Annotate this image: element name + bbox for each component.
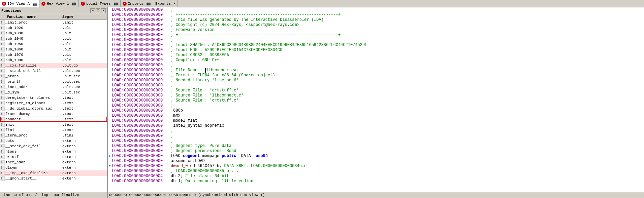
tab-local-types[interactable]: ✕ Local Types 📷 <box>79 0 121 7</box>
function-row-11[interactable]: f_printf.plt.sec <box>0 79 107 84</box>
tab-ida-view-a[interactable]: ✕ IDA View-A 📷 <box>0 0 39 7</box>
tab-exports[interactable]: Exports ✕ <box>153 0 178 7</box>
tab-camera-imports[interactable]: 📷 <box>146 1 151 6</box>
function-seg: extern <box>62 150 106 154</box>
function-row-28[interactable]: f__imp__cxa_finalizeextern <box>0 170 107 176</box>
function-name: sub_1070 <box>5 53 62 57</box>
ida-line[interactable]: LOAD:0000000000000000 ; Source File : 'l… <box>108 93 644 98</box>
ida-line[interactable]: LOAD:0000000000000000 ; Input SHA256 : A… <box>108 43 644 48</box>
tab-hex-view-1[interactable]: ✕ Hex View-1 📷 <box>39 0 79 7</box>
function-row-9[interactable]: f__stack_chk_fail.plt.sec <box>0 68 107 74</box>
function-row-4[interactable]: fsub_1050.plt <box>0 41 107 47</box>
ida-line[interactable]: LOAD:0000000000000000 ; Needed Library '… <box>108 78 644 83</box>
ida-line[interactable]: LOAD:0000000000000000 ; Segment type: Pu… <box>108 144 644 149</box>
function-name: _printf <box>5 80 62 84</box>
function-row-6[interactable]: fsub_1070.plt <box>0 52 107 57</box>
line-content: db 2 <box>171 174 181 179</box>
ida-line[interactable]: LOAD:0000000000000000 ; Input CRC32 : 09… <box>108 53 644 58</box>
tab-close-exports[interactable]: ✕ <box>173 2 175 6</box>
ida-line[interactable]: LOAD:0000000000000000 ; Copyright (c) 20… <box>108 23 644 28</box>
ida-line[interactable]: LOAD:0000000000000000 ; ================… <box>108 133 644 138</box>
function-row-3[interactable]: fsub_1040.plt <box>0 36 107 41</box>
ida-line[interactable]: LOAD:0000000000000000 ; <box>108 7 644 12</box>
function-row-27[interactable]: fdlsymextern <box>0 165 107 170</box>
function-row-0[interactable]: f_init_proc.init <box>0 20 107 25</box>
tab-imports[interactable]: ✕ Imports 📷 <box>121 0 153 7</box>
ida-line[interactable]: LOAD:0000000000000000 ; <box>108 138 644 144</box>
ida-line[interactable]: LOAD:0000000000000000 ; <box>108 103 644 108</box>
function-row-25[interactable]: fprintfextern <box>0 154 107 160</box>
tab-camera-hex[interactable]: 📷 <box>72 1 76 6</box>
ida-line[interactable]: LOAD:0000000000000000 .model flat <box>108 118 644 123</box>
function-row-20[interactable]: ffini.text <box>0 127 107 133</box>
ida-line[interactable]: LOAD:0000000000000000 .mmx <box>108 113 644 118</box>
ida-content[interactable]: LOAD:0000000000000000 ;LOAD:000000000000… <box>108 7 644 192</box>
ida-line[interactable]: LOAD:0000000000000000 ; Source File : 'c… <box>108 98 644 103</box>
line-comment: ; File class: 64-bit <box>181 174 229 179</box>
ida-line[interactable]: LOAD:0000000000000000 .intel_syntax nopr… <box>108 123 644 128</box>
function-row-10[interactable]: f_htons.plt.sec <box>0 74 107 79</box>
ida-line[interactable]: LOAD:0000000000000000 ; Segment permissi… <box>108 149 644 154</box>
tab-camera-local[interactable]: 📷 <box>114 1 118 6</box>
ida-line[interactable]: LOAD:0000000000000000 ; This file was ge… <box>108 17 644 23</box>
ida-line[interactable]: LOAD:0000000000000000 ; Compiler : GNU C… <box>108 58 644 63</box>
function-row-26[interactable]: finet_addrextern <box>0 160 107 165</box>
function-row-22[interactable]: fputsextern <box>0 138 107 144</box>
function-icon: f <box>0 36 5 41</box>
function-row-2[interactable]: fsub_1030.plt <box>0 31 107 36</box>
function-row-17[interactable]: fframe_dummy.text <box>0 111 107 117</box>
ida-line[interactable]: LOAD:0000000000000000 assume cs:LOAD <box>108 159 644 164</box>
function-row-13[interactable]: f_dlsym.plt.sec <box>0 90 107 95</box>
ida-line[interactable]: •LOAD:0000000000000000 dword_0 dd 464C45… <box>108 164 644 169</box>
function-row-8[interactable]: f__cxa_finalize.plt.go <box>0 63 107 68</box>
ida-line[interactable]: LOAD:0000000000000000 ; <box>108 128 644 133</box>
function-row-24[interactable]: fhtonsextern <box>0 149 107 154</box>
function-row-1[interactable]: fsub_1020.plt <box>0 25 107 31</box>
function-row-5[interactable]: fsub_1060.plt <box>0 47 107 52</box>
function-row-16[interactable]: f__do_global_dtors_aux.text <box>0 106 107 111</box>
line-content: ; Source File : 'libconnect.c' <box>171 93 244 98</box>
function-name: printf <box>5 155 62 159</box>
ida-line[interactable]: ▶LOAD:0000000000000000 LOAD segment memp… <box>108 154 644 159</box>
function-icon: f <box>0 79 5 84</box>
functions-list[interactable]: f_init_proc.initfsub_1020.pltfsub_1030.p… <box>0 20 107 192</box>
line-content: ; <box>171 83 173 88</box>
close-btn[interactable]: ✕ <box>101 8 106 13</box>
ida-line[interactable]: LOAD:0000000000000000 .686p <box>108 108 644 113</box>
ida-line[interactable]: LOAD:0000000000000000 ; <box>108 38 644 43</box>
ida-line[interactable]: LOAD:0000000000000000 ; File Name : libc… <box>108 68 644 73</box>
function-icon: f <box>0 25 5 31</box>
function-row-21[interactable]: f_term_proc.fini <box>0 133 107 138</box>
ida-line[interactable]: LOAD:0000000000000000 ; <box>108 83 644 88</box>
ida-line[interactable]: LOAD:0000000000000000 ; Format : ELF64 f… <box>108 73 644 78</box>
ida-line[interactable]: LOAD:0000000000000004 db 2 ; File class:… <box>108 174 644 179</box>
ida-line[interactable]: LOAD:0000000000000000 ; Freeware version <box>108 28 644 33</box>
function-row-29[interactable]: f__gmon_start__extern <box>0 176 107 181</box>
function-row-12[interactable]: f_inet_addr.plt.sec <box>0 84 107 90</box>
tab-close-local[interactable]: ✕ <box>81 2 85 6</box>
ida-line[interactable]: LOAD:0000000000000000 ; +---------------… <box>108 33 644 38</box>
function-row-19[interactable]: finit.text <box>0 122 107 127</box>
tab-close-hex[interactable]: ✕ <box>41 2 45 6</box>
ida-line[interactable]: LOAD:0000000000000000 ; LOAD:00000000000… <box>108 169 644 174</box>
function-row-18[interactable]: fconnect.text <box>0 117 107 122</box>
ida-line[interactable]: LOAD:0000000000000005 db 1 ; Data encodi… <box>108 179 644 184</box>
function-seg: .text <box>62 107 106 111</box>
tab-close-ida[interactable]: ✕ <box>2 2 6 6</box>
ida-line[interactable]: LOAD:0000000000000000 ; Input MD5 : A299… <box>108 48 644 53</box>
function-row-23[interactable]: f__stack_chk_failextern <box>0 144 107 149</box>
function-seg: .plt <box>62 53 106 57</box>
function-row-15[interactable]: fregister_tm_clones.text <box>0 101 107 106</box>
tab-camera-ida[interactable]: 📷 <box>32 2 37 6</box>
ida-line[interactable]: LOAD:0000000000000000 ; <box>108 63 644 68</box>
function-seg: .text <box>62 112 106 116</box>
tab-close-imports[interactable]: ✕ <box>123 2 127 6</box>
ida-line[interactable]: LOAD:0000000000000000 ; +---------------… <box>108 12 644 17</box>
ida-line[interactable]: LOAD:0000000000000000 ; Source File : 'c… <box>108 88 644 93</box>
minimize-btn[interactable]: ─ <box>90 8 95 13</box>
maximize-btn[interactable]: □ <box>96 8 100 13</box>
function-seg: .text <box>62 101 106 105</box>
function-row-14[interactable]: fderegister_tm_clones.text <box>0 95 107 101</box>
function-name: __do_global_dtors_aux <box>5 107 62 111</box>
function-row-7[interactable]: fsub_1080.plt <box>0 57 107 63</box>
